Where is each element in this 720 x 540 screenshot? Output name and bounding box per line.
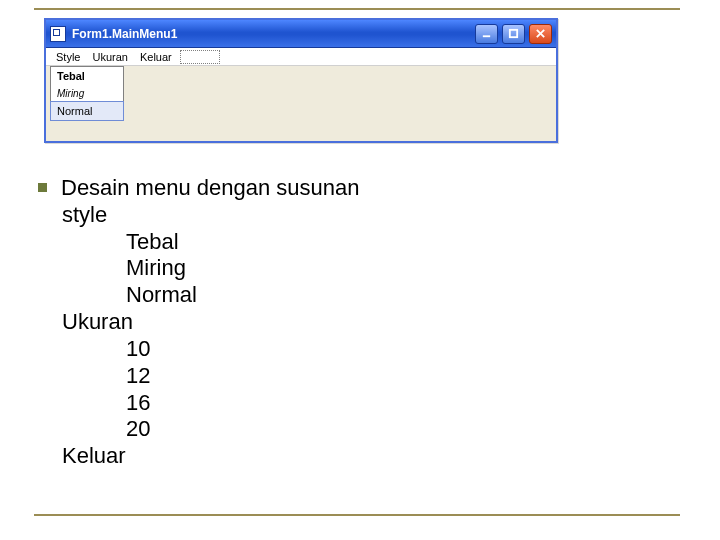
list-item: 20 (26, 416, 680, 443)
titlebar[interactable]: Form1.MainMenu1 (46, 20, 556, 48)
group-label-style: style (26, 202, 680, 229)
list-item: 12 (26, 363, 680, 390)
menubar: Style Ukuran Keluar (46, 48, 556, 66)
close-button[interactable] (529, 24, 552, 44)
group-label-ukuran: Ukuran (26, 309, 680, 336)
list-item: 10 (26, 336, 680, 363)
dropdown-item-miring[interactable]: Miring (51, 85, 123, 102)
menu-ukuran[interactable]: Ukuran (86, 50, 133, 64)
maximize-button[interactable] (502, 24, 525, 44)
app-form-icon (50, 26, 66, 42)
menu-keluar[interactable]: Keluar (134, 50, 178, 64)
close-icon (535, 28, 546, 39)
slide-bottom-rule (34, 514, 680, 516)
list-item: Normal (26, 282, 680, 309)
menu-style[interactable]: Style (50, 50, 86, 64)
dropdown-item-normal[interactable]: Normal (50, 101, 124, 121)
group-label-keluar: Keluar (26, 443, 680, 470)
form-designer-window: Form1.MainMenu1 Style Ukuran Keluar T (44, 18, 558, 143)
minimize-icon (481, 28, 492, 39)
slide-top-rule (34, 8, 680, 10)
style-dropdown: Tebal Miring Normal (50, 66, 124, 121)
window-title: Form1.MainMenu1 (72, 27, 475, 41)
list-item: Tebal (26, 229, 680, 256)
svg-rect-1 (510, 30, 517, 37)
maximize-icon (508, 28, 519, 39)
minimize-button[interactable] (475, 24, 498, 44)
bullet-row: Desain menu dengan susunan (26, 175, 680, 202)
bullet-heading: Desain menu dengan susunan (61, 175, 359, 202)
form-client-area: Tebal Miring Normal (46, 66, 556, 141)
dropdown-item-tebal[interactable]: Tebal (51, 67, 123, 85)
list-item: 16 (26, 390, 680, 417)
list-item: Miring (26, 255, 680, 282)
bullet-square-icon (38, 183, 47, 192)
slide-body: Desain menu dengan susunan style Tebal M… (26, 175, 680, 470)
menu-placeholder-new-item[interactable] (180, 50, 220, 64)
